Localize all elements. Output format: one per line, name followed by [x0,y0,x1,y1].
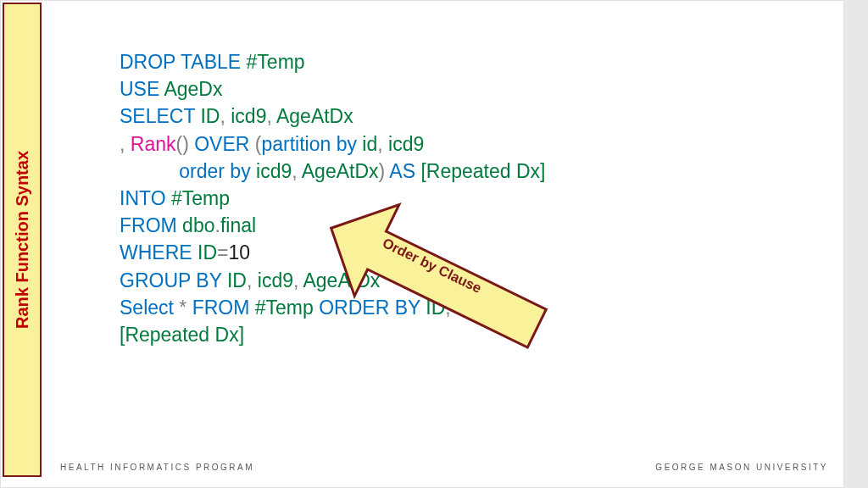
tok-ageatdx: AgeAtDx [302,160,379,182]
code-block: DROP TABLE #Temp USE AgeDx SELECT ID, ic… [120,48,545,348]
kw-select: Select [120,297,179,319]
kw-group-by: GROUP BY [120,269,227,291]
kw-partition-by: partition by [261,133,362,155]
tok-comma: , [266,105,276,127]
tok-10: 10 [228,241,250,263]
kw-as: AS [385,160,420,182]
tok-agedx: AgeDx [164,78,222,100]
kw-order-by: ORDER BY [314,297,426,319]
tok-comma: , [247,269,258,291]
kw-from: FROM [120,214,182,236]
right-gutter [844,0,868,488]
tok-rank: Rank [131,133,176,155]
tok-temp: #Temp [247,51,305,73]
kw-from: FROM [186,297,255,319]
kw-where: WHERE [120,241,198,263]
kw-over: OVER [189,133,255,155]
tok-comma: , [120,133,131,155]
kw-order-by: order by [120,160,256,182]
sidebar-title-box: Rank Function Syntax [3,3,42,477]
tok-comma: , [445,297,456,319]
tok-comma: , [292,160,302,182]
sidebar-title: Rank Function Syntax [13,151,32,329]
tok-repeated-dx: [Repeated Dx] [420,160,545,182]
kw-drop-table: DROP TABLE [120,51,247,73]
tok-id: id [362,133,377,155]
tok-comma: , [220,105,231,127]
kw-select: SELECT [120,105,200,127]
tok-icd9: icd9 [231,105,266,127]
footer-left: HEALTH INFORMATICS PROGRAM [60,463,254,472]
tok-ageatdx: AgeAtDx [276,105,353,127]
tok-id: ID [227,269,247,291]
kw-into: INTO [120,187,171,209]
tok-star: * [179,297,186,319]
tok-id: ID [200,105,220,127]
tok-icd9: icd9 [256,160,292,182]
tok-id: ID [426,297,445,319]
tok-parens: () [175,133,188,155]
tok-icd9: icd9 [258,269,293,291]
tok-ageatdx: AgeAtDx [303,269,380,291]
kw-use: USE [120,78,164,100]
footer-right: GEORGE MASON UNIVERSITY [655,463,828,472]
tok-final: final [220,214,256,236]
tok-comma: , [293,269,303,291]
tok-repeated-dx: [Repeated Dx] [120,324,244,346]
tok-eq: = [217,241,228,263]
slide: Rank Function Syntax DROP TABLE #Temp US… [0,0,844,488]
tok-comma: , [377,133,388,155]
tok-id: ID [198,241,217,263]
tok-icd9: icd9 [388,133,424,155]
tok-dbo: dbo [182,214,214,236]
tok-temp: #Temp [171,187,230,209]
tok-temp: #Temp [255,297,314,319]
